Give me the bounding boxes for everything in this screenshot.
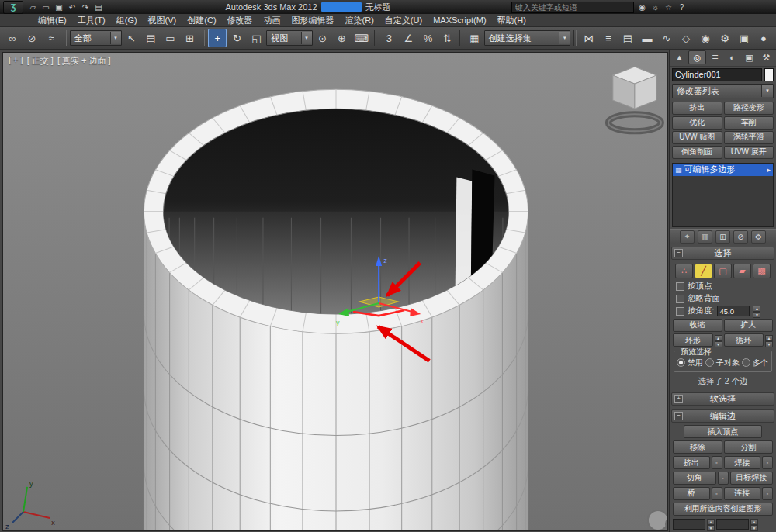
chamfer-button[interactable]: 切角 — [673, 472, 716, 485]
extrude-settings-button[interactable]: ▫ — [712, 456, 722, 469]
select-scale-icon[interactable]: ◱ — [247, 29, 265, 47]
extrude-button[interactable]: 挤出 — [673, 456, 710, 469]
by-vertex-checkbox[interactable]: 按顶点 — [670, 280, 776, 292]
connect-settings-button[interactable]: ▫ — [762, 487, 773, 500]
vertex-mode-icon[interactable]: ∴ — [675, 264, 693, 278]
menu-item[interactable]: 工具(T) — [72, 15, 111, 26]
chamfer-settings-button[interactable]: ▫ — [718, 472, 729, 485]
use-pivot-center-icon[interactable]: ⊙ — [314, 29, 332, 47]
redo-icon[interactable]: ↷ — [79, 2, 92, 13]
select-manipulate-icon[interactable]: ⊕ — [333, 29, 352, 47]
bind-to-space-warp-icon[interactable]: ≈ — [42, 29, 61, 47]
create-shape-button[interactable]: 利用所选内容创建图形 — [673, 503, 773, 516]
menu-item[interactable]: 组(G) — [111, 15, 143, 26]
connect-button[interactable]: 连接 — [724, 487, 761, 500]
help-icon[interactable]: ? — [676, 2, 688, 12]
select-and-link-icon[interactable]: ∞ — [3, 29, 22, 47]
ring-button[interactable]: 环形 — [673, 333, 713, 347]
menu-item[interactable]: 渲染(R) — [340, 15, 379, 26]
show-end-result-icon[interactable]: ▥ — [698, 230, 712, 244]
modifier-set-button[interactable]: UVW 展开 — [724, 146, 774, 159]
weight-field[interactable] — [673, 519, 705, 530]
application-menu-button[interactable]: Ʒ — [3, 1, 23, 14]
angle-value-field[interactable]: 45.0 — [717, 306, 750, 316]
preview-subobject-radio[interactable] — [705, 358, 714, 367]
reference-coordinate-dropdown[interactable]: 视图 ▼ — [266, 30, 312, 46]
collapse-icon[interactable]: − — [674, 412, 683, 420]
configure-modifier-sets-icon[interactable]: ⚙ — [751, 230, 766, 244]
expand-icon[interactable]: + — [674, 395, 683, 403]
new-scene-icon[interactable]: ▱ — [26, 2, 39, 13]
viewport-pov-menu[interactable]: [ 正交 ] — [27, 55, 54, 67]
weld-button[interactable]: 焊接 — [724, 456, 761, 469]
viewport-shading-menu[interactable]: [ 真实 + 边面 ] — [57, 55, 111, 67]
named-selection-sets-dropdown[interactable]: 创建选择集 ▼ — [484, 30, 570, 46]
modifier-set-button[interactable]: 挤出 — [672, 102, 722, 115]
rollout-selection-header[interactable]: − 选择 — [671, 247, 774, 260]
by-angle-checkbox[interactable] — [676, 307, 684, 316]
render-setup-icon[interactable]: ⚙ — [715, 29, 734, 47]
element-mode-icon[interactable]: ▩ — [753, 264, 771, 278]
unlink-selection-icon[interactable]: ⊘ — [23, 29, 41, 47]
edit-named-selections-icon[interactable]: ▦ — [466, 29, 483, 47]
angle-spinner[interactable]: ▲▼ — [753, 306, 760, 316]
edge-mode-icon[interactable]: ╱ — [695, 264, 712, 278]
menu-item[interactable]: 帮助(H) — [492, 15, 532, 26]
loop-button[interactable]: 循环 — [724, 333, 764, 347]
render-production-icon[interactable]: ● — [754, 29, 773, 47]
search-go-icon[interactable]: ◉ — [636, 2, 648, 12]
preview-multiple-radio[interactable] — [742, 358, 750, 367]
weld-settings-button[interactable]: ▫ — [762, 456, 773, 469]
bridge-settings-button[interactable]: ▫ — [712, 487, 722, 500]
remove-modifier-icon[interactable]: ⊘ — [733, 230, 748, 244]
modifier-set-button[interactable]: 优化 — [672, 116, 722, 130]
select-move-icon[interactable]: + — [208, 29, 227, 47]
bridge-button[interactable]: 桥 — [673, 487, 710, 500]
snap-toggle-3d-icon[interactable]: 3 — [379, 29, 398, 47]
modifier-set-button[interactable]: 涡轮平滑 — [724, 131, 774, 144]
rendered-frame-icon[interactable]: ▣ — [735, 29, 753, 47]
tab-display[interactable]: ▣ — [741, 51, 757, 64]
angle-snap-icon[interactable]: ∠ — [399, 29, 417, 47]
modifier-set-button[interactable]: 路径变形 — [724, 102, 774, 115]
modifier-set-button[interactable]: 车削 — [724, 116, 774, 130]
polygon-mode-icon[interactable]: ▰ — [733, 264, 751, 278]
communication-center-icon[interactable]: ☼ — [650, 2, 661, 12]
split-button[interactable]: 分割 — [724, 440, 774, 454]
shrink-button[interactable]: 收缩 — [673, 319, 722, 332]
modifier-set-button[interactable]: UVW 贴图 — [672, 131, 722, 144]
tab-create[interactable]: ▲ — [671, 51, 688, 64]
schematic-view-icon[interactable]: ◇ — [677, 29, 695, 47]
stack-item-expand-icon[interactable]: ▸ — [767, 166, 771, 174]
checkbox-box[interactable] — [676, 295, 684, 303]
keyboard-override-icon[interactable]: ⌨ — [352, 29, 371, 47]
select-by-name-icon[interactable]: ▤ — [142, 29, 161, 47]
select-rotate-icon[interactable]: ↻ — [227, 29, 246, 47]
rollout-soft-selection-header[interactable]: + 软选择 — [671, 392, 774, 406]
window-crossing-icon[interactable]: ⊞ — [181, 29, 199, 47]
menu-item[interactable]: 视图(V) — [143, 15, 182, 26]
ignore-backfacing-checkbox[interactable]: 忽略背面 — [670, 292, 776, 305]
modifier-list-dropdown[interactable]: 修改器列表 ▼ — [672, 84, 774, 98]
save-file-icon[interactable]: ▣ — [53, 2, 65, 13]
favorites-star-icon[interactable]: ☆ — [663, 2, 674, 12]
tab-modify[interactable]: ◎ — [688, 50, 706, 64]
tab-hierarchy[interactable]: ≣ — [707, 51, 723, 64]
curve-editor-icon[interactable]: ∿ — [657, 29, 676, 47]
insert-vertex-button[interactable]: 插入顶点 — [684, 425, 762, 438]
perspective-viewport[interactable]: [ + ] [ 正交 ] [ 真实 + 边面 ] — [2, 52, 668, 531]
layer-manager-icon[interactable]: ▤ — [618, 29, 637, 47]
grow-button[interactable]: 扩大 — [724, 319, 774, 332]
tab-motion[interactable]: ◐ — [724, 51, 740, 64]
project-folder-icon[interactable]: ▤ — [92, 2, 105, 13]
ribbon-toggle-icon[interactable]: ▬ — [638, 29, 656, 47]
object-name-input[interactable] — [672, 68, 762, 81]
collapse-icon[interactable]: − — [674, 249, 683, 257]
border-mode-icon[interactable]: ▢ — [714, 264, 732, 278]
viewport-general-menu[interactable]: [ + ] — [9, 55, 23, 67]
stack-item-editable-poly[interactable]: ▦ 可编辑多边形 ▸ — [673, 164, 773, 176]
rollout-edit-edges-header[interactable]: − 编辑边 — [671, 409, 774, 423]
select-object-icon[interactable]: ↖ — [123, 29, 141, 47]
open-file-icon[interactable]: ▭ — [40, 2, 52, 13]
crease-spinner[interactable]: ▲▼ — [750, 519, 758, 530]
